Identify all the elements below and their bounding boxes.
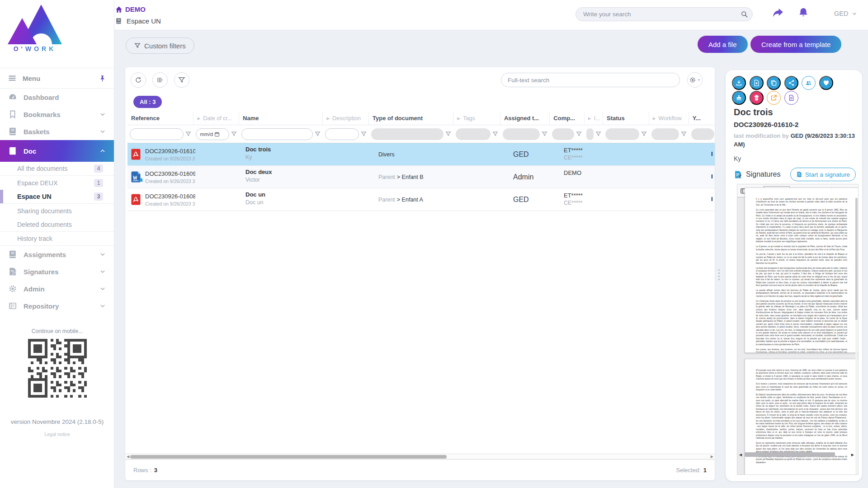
- pdf-scroll-left-icon[interactable]: ◀: [739, 453, 742, 457]
- sidebar-item-bookmarks[interactable]: Bookmarks: [0, 106, 114, 123]
- funnel-icon[interactable]: [576, 131, 582, 137]
- start-signature-button[interactable]: Start a signature: [790, 168, 856, 181]
- notifications-bell-icon[interactable]: [798, 7, 809, 19]
- grid-settings-button[interactable]: [687, 72, 703, 88]
- trash-button[interactable]: [750, 91, 764, 105]
- row-created: Created on 9/26/2023 3:09:45 AM: [145, 178, 195, 184]
- sidebar-subitem-history-track[interactable]: History track: [0, 232, 114, 246]
- funnel-icon[interactable]: [595, 131, 601, 137]
- create-from-template-button[interactable]: Create from a template: [750, 36, 841, 53]
- share-icon[interactable]: [772, 7, 784, 19]
- sidebar-subitem-deleted-documents[interactable]: Deleted documents: [0, 218, 114, 232]
- breadcrumb-space[interactable]: Espace UN: [115, 17, 161, 25]
- owork-logo: O'WORK: [8, 5, 62, 52]
- calendar-icon[interactable]: [214, 131, 220, 137]
- column-chooser-button[interactable]: [152, 72, 168, 88]
- sidebar-item-baskets[interactable]: Baskets: [0, 123, 114, 140]
- custom-filters-button[interactable]: Custom filters: [126, 38, 194, 54]
- book-icon: [8, 146, 17, 155]
- row-company: ET*****: [564, 147, 592, 154]
- pdf-viewer: of 3 Il y a aujourd'hui trois cent quara…: [737, 184, 859, 475]
- scrollbar-thumb[interactable]: [130, 455, 447, 459]
- file-upload-button[interactable]: [750, 76, 764, 90]
- share-button[interactable]: [784, 76, 798, 90]
- scroll-left-icon[interactable]: ◀: [127, 455, 129, 459]
- pdf-vertical-scrollbar[interactable]: [855, 198, 858, 474]
- sort-arrow-icon: ▶: [653, 116, 656, 121]
- funnel-icon[interactable]: [185, 131, 191, 137]
- column-header-i-[interactable]: ▶I...: [585, 112, 603, 125]
- column-header-reference[interactable]: Reference: [127, 112, 193, 125]
- download-button[interactable]: [732, 76, 746, 90]
- funnel-icon[interactable]: [542, 131, 547, 137]
- user-menu[interactable]: GED: [834, 10, 857, 17]
- funnel-icon[interactable]: [361, 131, 367, 137]
- table-row-DOC230926-01610-2[interactable]: DOC230926-01610-2Created on 9/26/2023 3:…: [127, 143, 715, 166]
- download-icon: [736, 80, 742, 86]
- file-button[interactable]: [784, 91, 798, 105]
- legal-notice-link[interactable]: Legal notice: [0, 432, 114, 437]
- sidebar-item-assignments[interactable]: Assignments: [0, 246, 114, 263]
- panel-resize-handle[interactable]: [718, 269, 720, 280]
- pdf-scroll-right-icon[interactable]: ▶: [851, 453, 854, 457]
- column-header-type-of-document[interactable]: Type of document: [369, 112, 453, 125]
- funnel-icon[interactable]: [445, 131, 451, 137]
- column-header-y-[interactable]: Y...: [689, 112, 715, 125]
- filter-input[interactable]: [134, 131, 179, 137]
- pdf-horizontal-scrollbar[interactable]: ◀ ▶: [738, 452, 855, 458]
- sidebar-subitem-sharing-documents[interactable]: Sharing documents: [0, 204, 114, 218]
- sidebar-subitem-espace-un[interactable]: Espace UN3: [0, 190, 114, 204]
- row-assigned: Admin: [513, 173, 533, 181]
- sidebar-item-dashboard[interactable]: Dashboard: [0, 89, 114, 106]
- breadcrumb-root[interactable]: DEMO: [115, 5, 146, 13]
- funnel-icon[interactable]: [492, 131, 498, 137]
- column-header-name[interactable]: Name: [239, 112, 323, 125]
- column-header-date-of-cr-[interactable]: ▶Date of cr...: [193, 112, 239, 125]
- hamburger-icon[interactable]: [8, 74, 16, 82]
- add-file-button[interactable]: Add a file: [698, 36, 748, 53]
- copy-button[interactable]: [767, 76, 781, 90]
- users-button[interactable]: [802, 76, 816, 90]
- stamp-icon: [736, 94, 742, 101]
- table-row-DOC230926-01608-0[interactable]: DOC230926-01608-0Created on 9/26/2023 3:…: [127, 188, 715, 211]
- pin-icon[interactable]: [99, 75, 106, 82]
- column-header-comp-[interactable]: Comp...: [550, 112, 584, 125]
- filter-cell-workflow: [649, 125, 689, 143]
- repository-icon: [8, 301, 17, 310]
- filter-input[interactable]: [329, 131, 355, 137]
- refresh-button[interactable]: [131, 72, 146, 88]
- filter-cell-i-: [584, 125, 603, 143]
- funnel-icon[interactable]: [231, 131, 237, 137]
- menu-toggle[interactable]: Menu: [0, 68, 114, 89]
- global-search-input[interactable]: [583, 11, 741, 18]
- column-header-tags[interactable]: ▶Tags: [453, 112, 500, 125]
- filter-chip-all[interactable]: All : 3: [133, 96, 162, 108]
- sidebar-subitem-espace-deux[interactable]: Espace DEUX1: [0, 176, 114, 190]
- sidebar-item-doc[interactable]: Doc: [0, 140, 114, 162]
- filter-input[interactable]: [245, 131, 309, 137]
- table-row-DOC230926-01609-0[interactable]: DOC230926-01609-0Created on 9/26/2023 3:…: [127, 166, 715, 188]
- document-description: Ky: [734, 155, 741, 162]
- funnel-icon[interactable]: [315, 131, 321, 137]
- horizontal-scrollbar[interactable]: ◀ ▶: [125, 454, 715, 460]
- scroll-right-icon[interactable]: ▶: [711, 455, 713, 459]
- sidebar-item-admin[interactable]: Admin: [0, 280, 114, 297]
- stamp-button[interactable]: [732, 91, 746, 105]
- funnel-icon[interactable]: [641, 131, 647, 137]
- sidebar-item-signatures[interactable]: Signatures: [0, 263, 114, 280]
- dashboard-icon: [8, 93, 17, 102]
- filter-button[interactable]: [174, 72, 189, 88]
- sidebar-subitem-all-the-documents[interactable]: All the documents4: [0, 162, 114, 176]
- column-header-workflow[interactable]: ▶Workflow: [649, 112, 689, 125]
- column-header-assigned-t-[interactable]: Assigned t...: [500, 112, 550, 125]
- heart-button[interactable]: [819, 76, 833, 90]
- search-icon[interactable]: [741, 11, 748, 18]
- funnel-icon[interactable]: [681, 131, 687, 137]
- fulltext-search-input[interactable]: [508, 77, 673, 84]
- app-version: version Novembre 2024 (2.18.0-5): [0, 418, 114, 425]
- column-header-description[interactable]: ▶Description: [323, 112, 369, 125]
- pdf-scrollbar-thumb[interactable]: [745, 452, 835, 457]
- open-external-button[interactable]: [767, 91, 781, 105]
- sidebar-item-repository[interactable]: Repository: [0, 297, 114, 314]
- column-header-status[interactable]: Status: [603, 112, 649, 125]
